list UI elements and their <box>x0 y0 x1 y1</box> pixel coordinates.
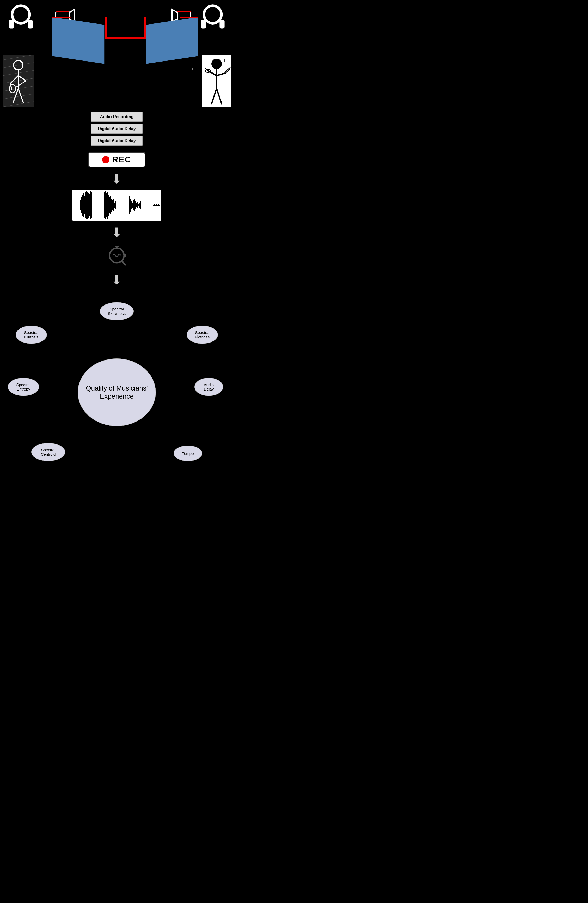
svg-rect-116 <box>145 204 145 206</box>
svg-point-131 <box>110 248 124 263</box>
svg-rect-62 <box>88 193 89 218</box>
svg-rect-80 <box>107 192 108 219</box>
svg-rect-101 <box>129 196 129 214</box>
svg-rect-125 <box>154 204 154 206</box>
svg-rect-88 <box>115 201 116 209</box>
svg-rect-126 <box>155 205 156 206</box>
svg-rect-67 <box>94 194 94 217</box>
svg-rect-111 <box>140 203 140 208</box>
svg-rect-110 <box>138 204 139 206</box>
svg-rect-113 <box>141 200 142 210</box>
svg-rect-117 <box>146 203 146 207</box>
svg-rect-124 <box>153 205 154 206</box>
svg-rect-130 <box>159 205 160 206</box>
fft-analysis-icon <box>106 245 127 269</box>
satellite-tempo: Tempo <box>174 445 202 461</box>
arrow-down-2: ⬇ <box>111 226 122 239</box>
svg-rect-81 <box>108 195 109 216</box>
svg-rect-114 <box>143 201 143 209</box>
svg-rect-1 <box>9 20 14 29</box>
svg-rect-85 <box>112 200 113 210</box>
arrow-down-3: ⬇ <box>111 274 122 286</box>
satellite-skewness: Spectral Skewness <box>100 302 134 320</box>
svg-rect-54 <box>80 200 80 210</box>
satellite-kurtosis: Spectral Kurtosis <box>16 326 47 344</box>
svg-rect-102 <box>130 199 130 212</box>
satellite-flatness: Spectral Flatness <box>187 326 218 344</box>
svg-point-0 <box>12 6 30 23</box>
svg-rect-123 <box>152 204 153 206</box>
digital-delay-box-1: Digital Audio Delay <box>91 124 143 134</box>
svg-rect-59 <box>85 192 86 218</box>
svg-rect-94 <box>122 195 122 216</box>
svg-rect-4 <box>201 20 206 29</box>
headphones-left-icon <box>5 3 36 34</box>
svg-rect-127 <box>156 204 157 206</box>
svg-rect-69 <box>96 197 96 213</box>
svg-rect-57 <box>83 194 84 217</box>
svg-rect-93 <box>121 197 121 213</box>
svg-rect-5 <box>220 20 225 29</box>
svg-rect-56 <box>82 195 83 216</box>
svg-rect-65 <box>91 192 92 218</box>
mindmap-section: Spectral Skewness Spectral Kurtosis Spec… <box>0 294 234 477</box>
svg-rect-72 <box>99 191 99 220</box>
svg-rect-77 <box>104 192 105 218</box>
satellite-audio-delay: Audio Delay <box>195 378 223 396</box>
svg-rect-51 <box>77 200 77 210</box>
rec-box: REC <box>88 152 145 167</box>
svg-rect-95 <box>123 192 123 218</box>
svg-rect-15 <box>105 25 146 64</box>
svg-rect-58 <box>84 196 85 214</box>
svg-point-36 <box>211 59 222 69</box>
svg-rect-96 <box>124 191 124 220</box>
svg-rect-119 <box>148 204 148 206</box>
svg-rect-115 <box>144 203 144 208</box>
svg-rect-90 <box>118 202 118 208</box>
svg-marker-14 <box>146 17 198 64</box>
svg-rect-64 <box>90 191 91 220</box>
svg-rect-112 <box>140 201 141 209</box>
svg-rect-91 <box>119 200 119 210</box>
svg-rect-68 <box>94 196 95 214</box>
svg-rect-76 <box>103 195 104 216</box>
svg-rect-50 <box>76 201 76 209</box>
svg-rect-60 <box>86 191 87 220</box>
svg-rect-86 <box>113 200 114 211</box>
svg-rect-129 <box>158 204 159 206</box>
svg-rect-83 <box>110 196 111 214</box>
svg-rect-128 <box>157 205 158 206</box>
svg-rect-49 <box>75 203 75 208</box>
svg-rect-79 <box>106 194 107 217</box>
svg-rect-120 <box>149 203 149 207</box>
headphones-right-icon <box>197 3 228 34</box>
satellite-entropy: Spectral Entropy <box>8 378 39 396</box>
arrow-left-icon: ← <box>189 63 200 74</box>
svg-rect-53 <box>79 199 80 212</box>
performer-right-icon: ♪ <box>202 55 231 107</box>
svg-rect-48 <box>74 204 74 206</box>
svg-rect-75 <box>102 199 102 212</box>
svg-marker-13 <box>52 17 105 64</box>
svg-rect-78 <box>105 191 105 220</box>
svg-rect-89 <box>116 204 117 206</box>
rec-dot-icon <box>102 156 110 164</box>
svg-rect-84 <box>111 199 112 212</box>
svg-rect-108 <box>136 203 137 207</box>
svg-rect-73 <box>100 194 101 217</box>
svg-rect-82 <box>109 197 110 213</box>
svg-rect-71 <box>98 192 98 218</box>
satellite-centroid: Spectral Centroid <box>31 443 65 461</box>
svg-rect-99 <box>127 195 127 216</box>
svg-rect-52 <box>78 202 79 208</box>
svg-rect-97 <box>125 194 125 217</box>
svg-rect-121 <box>150 204 150 206</box>
svg-rect-109 <box>137 202 138 208</box>
svg-rect-104 <box>132 203 133 208</box>
svg-rect-106 <box>134 200 135 211</box>
central-ellipse: Quality of Musicians' Experience <box>78 359 156 426</box>
svg-rect-107 <box>135 201 136 209</box>
stage-area <box>51 17 200 64</box>
arrow-down-1: ⬇ <box>111 173 122 186</box>
svg-rect-87 <box>115 203 115 208</box>
